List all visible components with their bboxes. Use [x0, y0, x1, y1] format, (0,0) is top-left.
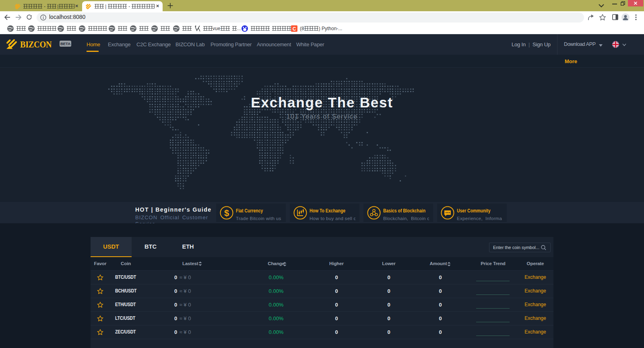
svg-text:$: $: [224, 208, 229, 218]
svg-text:C: C: [293, 26, 296, 32]
